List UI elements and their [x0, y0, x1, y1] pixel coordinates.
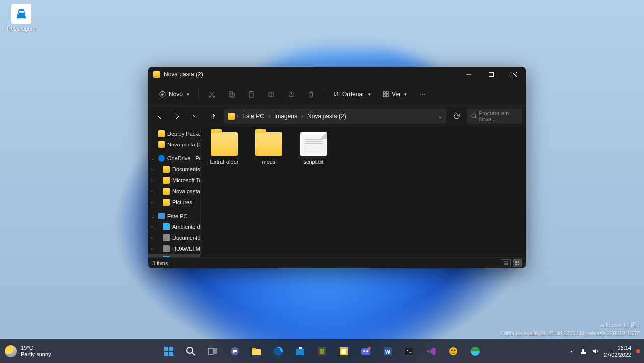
more-button[interactable]: [414, 86, 432, 102]
breadcrumb[interactable]: Nova pasta (2): [305, 112, 348, 121]
sidebar-item-documentos[interactable]: ›Documentos: [148, 232, 200, 243]
discord-button[interactable]: [356, 341, 376, 361]
recycle-bin-desktop-icon[interactable]: Reciclagem: [4, 4, 39, 32]
titlebar[interactable]: Nova pasta (2): [148, 67, 526, 82]
rename-button[interactable]: [262, 86, 280, 102]
cut-icon: [208, 91, 215, 98]
taskbar-app-icon[interactable]: [312, 341, 332, 361]
sidebar-item-estepc[interactable]: ⌄Este PC: [148, 211, 200, 221]
sidebar-item-ambiente[interactable]: ›Ambiente de tr: [148, 221, 200, 232]
delete-icon: [308, 91, 315, 98]
folder-extrafolder[interactable]: ExtraFolder: [207, 132, 242, 165]
nav-row: › Este PC › Imagens › Nova pasta (2) ⌄ P…: [148, 106, 526, 126]
terminal-button[interactable]: [400, 341, 419, 361]
taskbar-app-icon[interactable]: [465, 341, 485, 361]
sidebar-item-pictures[interactable]: ›Pictures: [148, 197, 200, 208]
sidebar-item-novapasta2[interactable]: Nova pasta (2): [148, 139, 200, 150]
svg-point-25: [187, 347, 193, 353]
svg-point-46: [454, 350, 456, 351]
start-button[interactable]: [159, 341, 179, 361]
svg-rect-20: [518, 264, 519, 265]
vscode-button[interactable]: [421, 341, 441, 361]
svg-rect-11: [383, 95, 385, 97]
more-icon: [419, 91, 426, 98]
svg-rect-49: [582, 349, 584, 352]
svg-rect-0: [489, 73, 494, 77]
svg-rect-17: [515, 261, 517, 263]
search-input[interactable]: Procurar em Nova...: [467, 109, 522, 124]
close-button[interactable]: [503, 67, 526, 82]
recent-button[interactable]: [188, 109, 203, 124]
clock[interactable]: 16:14 27/02/2022: [604, 344, 631, 359]
chevron-down-icon[interactable]: ⌄: [438, 114, 442, 119]
forward-button[interactable]: [170, 109, 185, 124]
svg-rect-24: [169, 352, 173, 356]
svg-point-38: [363, 350, 365, 352]
search-icon: [471, 113, 476, 119]
chat-button[interactable]: [225, 341, 244, 361]
view-button[interactable]: Ver▾: [378, 86, 412, 102]
svg-point-39: [366, 350, 368, 352]
volume-icon[interactable]: [592, 348, 599, 355]
folder-icon: [211, 132, 238, 156]
file-script[interactable]: script.txt: [296, 132, 331, 165]
network-icon[interactable]: [580, 348, 587, 355]
sort-icon: [333, 91, 339, 97]
new-button[interactable]: Novo▾: [154, 86, 194, 102]
paste-icon: [248, 91, 255, 98]
folder-icon: [153, 71, 160, 78]
file-list[interactable]: ExtraFolder mods script.txt: [201, 126, 526, 257]
cut-button[interactable]: [203, 86, 221, 102]
taskbar-app-icon[interactable]: [334, 341, 354, 361]
maximize-button[interactable]: [480, 67, 503, 82]
details-view-button[interactable]: [502, 259, 511, 267]
svg-point-13: [420, 94, 421, 95]
weather-widget[interactable]: 19°C Partly sunny: [5, 345, 51, 358]
sidebar-item-documents[interactable]: ›Documents: [148, 164, 200, 175]
notification-indicator[interactable]: [636, 349, 640, 353]
taskview-button[interactable]: [203, 341, 223, 361]
breadcrumb[interactable]: Imagens: [272, 112, 299, 121]
minimize-button[interactable]: [457, 67, 480, 82]
explorer-button[interactable]: [246, 341, 266, 361]
file-explorer-window: Nova pasta (2) Novo▾ Ordenar▾ Ver▾: [148, 67, 526, 268]
store-button[interactable]: [290, 341, 310, 361]
sidebar-item-teams[interactable]: ›Microsoft Team: [148, 175, 200, 186]
back-button[interactable]: [152, 109, 167, 124]
share-button[interactable]: [282, 86, 300, 102]
folder-mods[interactable]: mods: [251, 132, 286, 165]
svg-rect-7: [250, 91, 252, 92]
sidebar[interactable]: Deploy Package Nova pasta (2) ⌄OneDrive …: [148, 126, 201, 257]
sidebar-item-imagens[interactable]: ›Imagens: [148, 254, 200, 257]
address-bar[interactable]: › Este PC › Imagens › Nova pasta (2) ⌄: [224, 109, 446, 124]
svg-rect-9: [383, 92, 385, 94]
word-button[interactable]: W: [378, 341, 398, 361]
breadcrumb[interactable]: Este PC: [241, 112, 266, 121]
copy-button[interactable]: [223, 86, 241, 102]
refresh-button[interactable]: [449, 109, 464, 124]
search-button[interactable]: [181, 341, 201, 361]
paste-button[interactable]: [242, 86, 260, 102]
up-button[interactable]: [206, 109, 221, 124]
sort-button[interactable]: Ordenar▾: [328, 86, 376, 102]
sidebar-item-huawei[interactable]: ›HUAWEI Mate 2: [148, 243, 200, 254]
folder-icon: [255, 132, 282, 156]
sidebar-item-onedrive[interactable]: ⌄OneDrive - Perso: [148, 153, 200, 164]
sidebar-item-novapasta[interactable]: ›Nova pasta: [148, 186, 200, 197]
copy-icon: [228, 91, 235, 98]
folder-icon: [228, 113, 235, 120]
svg-rect-10: [386, 92, 388, 94]
view-icon: [383, 91, 389, 97]
tray-overflow-button[interactable]: [570, 349, 575, 354]
svg-rect-30: [252, 348, 256, 350]
svg-point-45: [451, 350, 453, 351]
svg-text:W: W: [385, 349, 391, 355]
icons-view-button[interactable]: [513, 259, 522, 267]
edge-button[interactable]: [268, 341, 288, 361]
svg-point-44: [449, 347, 457, 355]
sidebar-item-deploy[interactable]: Deploy Package: [148, 128, 200, 139]
svg-rect-23: [164, 352, 168, 356]
taskbar-app-icon[interactable]: [443, 341, 463, 361]
delete-button[interactable]: [302, 86, 320, 102]
svg-rect-26: [208, 348, 213, 354]
